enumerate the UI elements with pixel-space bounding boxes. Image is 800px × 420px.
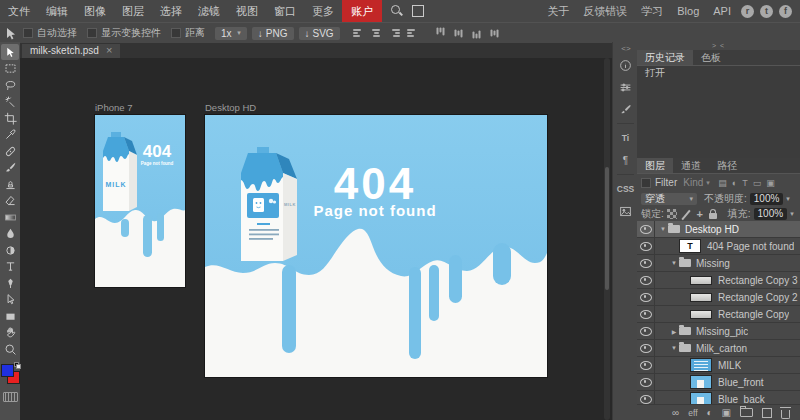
menu-item-3[interactable]: 图层 bbox=[114, 0, 152, 22]
pen-tool[interactable] bbox=[1, 275, 19, 291]
checkbox-icon[interactable] bbox=[171, 28, 181, 38]
layer-thumbnail[interactable] bbox=[690, 375, 712, 389]
checkbox-icon[interactable] bbox=[87, 28, 97, 38]
eraser-tool[interactable] bbox=[1, 193, 19, 209]
filter-smart-icon[interactable]: ▣ bbox=[766, 178, 775, 188]
new-group-icon[interactable] bbox=[740, 408, 753, 417]
lock-all-icon[interactable] bbox=[709, 213, 717, 219]
lock-pixels-icon[interactable] bbox=[681, 209, 691, 219]
css-panel-icon[interactable]: CSS bbox=[613, 178, 638, 200]
layer-row[interactable]: MILK bbox=[637, 357, 800, 374]
filter-shape-icon[interactable]: ▭ bbox=[753, 178, 762, 188]
group-caret-icon[interactable]: ▶ bbox=[669, 328, 679, 335]
rectangle-shape-tool[interactable] bbox=[1, 308, 19, 324]
tab-layers-0[interactable]: 图层 bbox=[637, 158, 673, 173]
group-caret-icon[interactable]: ▼ bbox=[669, 260, 679, 266]
facebook-icon[interactable]: f bbox=[779, 5, 792, 18]
color-swatches[interactable] bbox=[1, 362, 19, 384]
option-checkbox-0[interactable]: 自动选择 bbox=[23, 26, 77, 40]
tab-history-1[interactable]: 色板 bbox=[693, 50, 729, 65]
info-panel-icon[interactable] bbox=[613, 54, 638, 76]
filter-text-icon[interactable]: T bbox=[742, 178, 748, 188]
delete-layer-icon[interactable] bbox=[781, 410, 790, 419]
layer-name[interactable]: Missing_pic bbox=[696, 326, 748, 337]
layer-row[interactable]: Rectangle Copy 3 bbox=[637, 272, 800, 289]
layer-name[interactable]: Rectangle Copy 2 bbox=[718, 292, 798, 303]
layer-name[interactable]: Blue_back bbox=[718, 394, 765, 405]
close-tab-icon[interactable]: × bbox=[106, 44, 112, 56]
layer-row[interactable]: Blue_front bbox=[637, 374, 800, 391]
distribute-spacing-button[interactable] bbox=[489, 28, 499, 39]
gradient-tool[interactable] bbox=[1, 209, 19, 225]
artboard-iphone7[interactable]: iPhone 7 MILK 404 bbox=[95, 115, 185, 287]
fill-value[interactable]: 100% bbox=[754, 208, 788, 220]
menu-item-2[interactable]: 图像 bbox=[76, 0, 114, 22]
default-colors-icon[interactable] bbox=[14, 362, 20, 368]
visibility-cell[interactable] bbox=[637, 323, 655, 339]
rectangle-select-tool[interactable] bbox=[1, 61, 19, 77]
align-left-button[interactable] bbox=[353, 28, 364, 38]
layer-thumbnail[interactable] bbox=[690, 358, 712, 372]
canvas-area[interactable]: iPhone 7 MILK 404 bbox=[20, 58, 612, 420]
eye-icon[interactable] bbox=[640, 344, 652, 353]
zoom-tool[interactable] bbox=[1, 341, 19, 357]
healing-brush-tool[interactable] bbox=[1, 143, 19, 159]
layer-name[interactable]: Blue_front bbox=[718, 377, 764, 388]
eye-icon[interactable] bbox=[640, 293, 652, 302]
layer-name[interactable]: Missing bbox=[696, 258, 730, 269]
visibility-cell[interactable] bbox=[637, 340, 655, 356]
tab-layers-2[interactable]: 路径 bbox=[709, 158, 745, 173]
lock-position-icon[interactable]: + bbox=[695, 209, 705, 219]
lock-transparency-icon[interactable] bbox=[667, 209, 677, 219]
distribute-right-button[interactable] bbox=[471, 28, 481, 39]
menu-item-0[interactable]: 文件 bbox=[0, 0, 38, 22]
eye-icon[interactable] bbox=[640, 310, 652, 319]
opacity-value[interactable]: 100% bbox=[750, 193, 784, 205]
strip-collapse-icon[interactable]: < > bbox=[613, 42, 638, 54]
eyedropper-tool[interactable] bbox=[1, 127, 19, 143]
export-png-button[interactable]: ↓ PNG bbox=[252, 27, 294, 40]
fullscreen-icon[interactable] bbox=[412, 5, 424, 17]
layer-name[interactable]: Rectangle Copy 3 bbox=[718, 275, 798, 286]
adjustment-layer-icon[interactable]: ◐ bbox=[707, 407, 713, 419]
visibility-cell[interactable] bbox=[637, 255, 655, 271]
menu-item-7[interactable]: 窗口 bbox=[266, 0, 304, 22]
visibility-cell[interactable] bbox=[637, 289, 655, 305]
layer-row[interactable]: ▶Missing_pic bbox=[637, 323, 800, 340]
menu-item-6[interactable]: 视图 bbox=[228, 0, 266, 22]
visibility-cell[interactable] bbox=[637, 221, 655, 237]
visibility-cell[interactable] bbox=[637, 272, 655, 288]
group-caret-icon[interactable]: ▼ bbox=[658, 226, 668, 232]
menu-item-5[interactable]: 滤镜 bbox=[190, 0, 228, 22]
layer-thumbnail[interactable] bbox=[690, 293, 712, 302]
header-link-4[interactable]: API bbox=[706, 5, 738, 17]
search-icon[interactable] bbox=[391, 5, 403, 17]
new-layer-icon[interactable] bbox=[762, 408, 772, 418]
layer-thumbnail[interactable] bbox=[690, 392, 712, 404]
layer-row[interactable]: Rectangle Copy bbox=[637, 306, 800, 323]
image-panel-icon[interactable] bbox=[613, 200, 638, 222]
history-entry-0[interactable]: 打开 bbox=[637, 66, 800, 80]
layer-name[interactable]: Milk_carton bbox=[696, 343, 747, 354]
brush-settings-panel-icon[interactable] bbox=[613, 98, 638, 120]
canvas-scrollbar[interactable] bbox=[604, 58, 610, 420]
eye-icon[interactable] bbox=[640, 395, 652, 404]
layer-effects-icon[interactable]: eff bbox=[688, 407, 697, 419]
filter-image-icon[interactable]: ▤ bbox=[718, 178, 727, 188]
layer-row[interactable]: ▼Missing bbox=[637, 255, 800, 272]
eye-icon[interactable] bbox=[640, 259, 652, 268]
filter-kind-select[interactable]: Kind bbox=[683, 177, 703, 188]
visibility-cell[interactable] bbox=[637, 391, 655, 404]
hand-tool[interactable] bbox=[1, 325, 19, 341]
layer-row[interactable]: ▼Milk_carton bbox=[637, 340, 800, 357]
eye-icon[interactable] bbox=[640, 276, 652, 285]
pixel-ratio-select[interactable]: 1x ▾ bbox=[215, 27, 247, 40]
menu-item-1[interactable]: 编辑 bbox=[38, 0, 76, 22]
eye-icon[interactable] bbox=[640, 242, 652, 251]
layer-row[interactable]: Blue_back bbox=[637, 391, 800, 404]
keyboard-shortcuts-icon[interactable] bbox=[3, 392, 18, 402]
header-link-3[interactable]: Blog bbox=[670, 5, 706, 17]
layer-mask-icon[interactable]: ▣ bbox=[722, 407, 731, 419]
layer-name[interactable]: Rectangle Copy bbox=[718, 309, 789, 320]
dropdown-icon[interactable]: ▾ bbox=[790, 210, 794, 218]
